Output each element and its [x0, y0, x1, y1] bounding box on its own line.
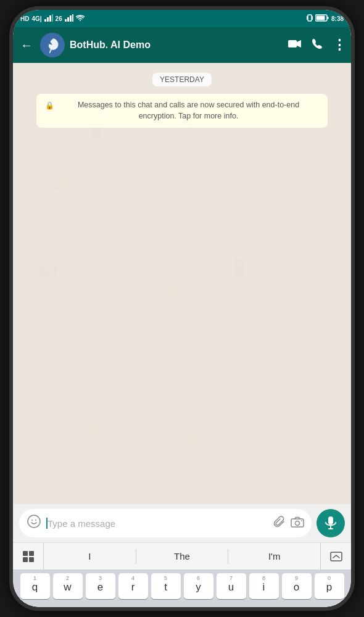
svg-text:📱: 📱 — [229, 257, 249, 277]
svg-text:😊: 😊 — [167, 283, 186, 301]
svg-rect-3 — [52, 14, 53, 22]
status-left: HD 4G| 26 — [20, 14, 85, 23]
date-label: YESTERDAY — [152, 73, 212, 86]
svg-text:✉: ✉ — [210, 347, 221, 362]
svg-rect-12 — [316, 16, 325, 20]
header-info: BotHub. AI Demo — [70, 39, 283, 51]
svg-point-34 — [28, 515, 40, 528]
svg-text:📷: 📷 — [38, 257, 59, 277]
signal-26: 26 — [56, 15, 62, 22]
status-bar: HD 4G| 26 — [13, 10, 351, 27]
message-input[interactable] — [48, 518, 268, 529]
carrier-4g: 4G| — [31, 15, 41, 22]
keyboard-grid-icon[interactable] — [13, 543, 44, 569]
key-w[interactable]: 2 w — [53, 573, 83, 599]
header-actions: ⋮ — [288, 37, 346, 53]
svg-rect-6 — [70, 15, 72, 22]
svg-rect-47 — [331, 552, 342, 561]
key-i[interactable]: 8 i — [249, 573, 279, 599]
svg-text:😊: 😊 — [186, 431, 204, 449]
svg-text:💬: 💬 — [75, 309, 92, 326]
mic-button[interactable] — [316, 509, 345, 537]
signal-bars — [44, 14, 53, 23]
svg-rect-10 — [312, 16, 313, 20]
phone-screen: HD 4G| 26 — [13, 10, 351, 607]
signal-bars-2 — [65, 14, 73, 23]
carrier-hd: HD — [20, 15, 29, 22]
svg-rect-0 — [44, 19, 46, 22]
input-text-area[interactable] — [46, 518, 268, 529]
keyboard-suggestions: I The I'm — [13, 542, 351, 569]
wifi-icon — [76, 15, 85, 23]
suggestion-the[interactable]: The — [136, 546, 228, 566]
svg-point-36 — [35, 520, 36, 521]
svg-text:🔔: 🔔 — [50, 170, 72, 191]
svg-point-39 — [301, 520, 302, 521]
key-p[interactable]: 0 p — [315, 573, 344, 599]
svg-rect-44 — [29, 551, 34, 556]
svg-rect-1 — [47, 17, 49, 22]
keyboard-collapse-button[interactable] — [320, 543, 351, 569]
svg-text:📎: 📎 — [247, 395, 265, 412]
keyboard-area: 1 q 2 w 3 e 4 r 5 t — [13, 569, 351, 607]
key-u[interactable]: 7 u — [217, 573, 246, 599]
svg-rect-15 — [288, 40, 297, 48]
lock-icon: 🔒 — [45, 101, 54, 111]
svg-rect-40 — [328, 516, 333, 524]
svg-text:📎: 📎 — [105, 222, 124, 239]
svg-text:🎤: 🎤 — [210, 198, 228, 215]
voice-call-icon[interactable] — [312, 38, 323, 52]
contact-name: BotHub. AI Demo — [70, 39, 283, 51]
key-t[interactable]: 5 t — [151, 573, 181, 599]
key-o[interactable]: 9 o — [282, 573, 312, 599]
svg-rect-2 — [49, 15, 51, 22]
svg-rect-4 — [65, 19, 67, 22]
battery-icon — [315, 14, 329, 23]
svg-rect-9 — [307, 16, 308, 20]
key-y[interactable]: 6 y — [184, 573, 213, 599]
security-notice[interactable]: 🔒 Messages to this chat and calls are no… — [36, 94, 328, 128]
svg-point-35 — [31, 520, 33, 521]
time: 8:38 — [331, 15, 344, 22]
security-notice-text: Messages to this chat and calls are now … — [58, 100, 319, 122]
chat-header: ← BotHub. AI Demo — [13, 27, 351, 63]
vibrate-icon — [307, 14, 313, 23]
svg-rect-8 — [308, 15, 312, 21]
key-q[interactable]: 1 q — [20, 573, 50, 599]
svg-text:🔒: 🔒 — [124, 333, 143, 350]
suggestion-im[interactable]: I'm — [228, 546, 320, 566]
svg-rect-45 — [23, 557, 28, 562]
svg-rect-7 — [72, 14, 73, 22]
phone-frame: HD 4G| 26 — [9, 6, 355, 611]
svg-rect-46 — [29, 557, 34, 562]
input-area — [13, 504, 351, 542]
attach-button[interactable] — [273, 516, 286, 531]
key-e[interactable]: 3 e — [86, 573, 115, 599]
emoji-button[interactable] — [27, 514, 41, 532]
svg-rect-43 — [23, 551, 28, 556]
svg-rect-5 — [67, 17, 69, 22]
more-options-icon[interactable]: ⋮ — [333, 37, 346, 53]
video-call-icon[interactable] — [288, 39, 302, 52]
message-input-wrapper — [19, 509, 312, 537]
svg-point-38 — [296, 521, 300, 525]
chat-area: 💬 📱 🔔 ✉ 💬 📎 🎤 📷 😊 💬 📱 🔒 ✉ 🎵 💬 📎 — [13, 63, 351, 504]
avatar[interactable] — [40, 33, 65, 57]
svg-text:💬: 💬 — [149, 382, 167, 400]
status-right: 8:38 — [307, 14, 344, 23]
svg-text:🎵: 🎵 — [50, 355, 72, 376]
suggestion-i[interactable]: I — [44, 546, 136, 566]
chat-content: YESTERDAY 🔒 Messages to this chat and ca… — [13, 63, 351, 135]
svg-rect-13 — [327, 17, 328, 19]
svg-text:✉: ✉ — [136, 149, 147, 165]
svg-text:🔔: 🔔 — [87, 418, 107, 437]
camera-button[interactable] — [291, 516, 304, 531]
key-r[interactable]: 4 r — [118, 573, 148, 599]
back-button[interactable]: ← — [18, 36, 35, 55]
keyboard-row-1: 1 q 2 w 3 e 4 r 5 t — [15, 573, 349, 599]
